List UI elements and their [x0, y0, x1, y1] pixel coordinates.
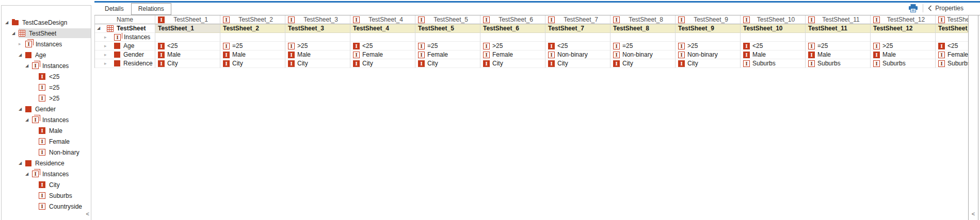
matrix-title-cell[interactable]: TestSheet_7 — [545, 24, 611, 33]
matrix-value-cell[interactable]: I<25 — [741, 42, 806, 50]
column-header-testsheet-3[interactable]: ITestSheet_3 — [285, 15, 350, 24]
tree-item-testcasedesign[interactable]: ◢TestCaseDesign — [2, 17, 91, 28]
row-name-gender[interactable]: ▸Gender — [95, 50, 155, 59]
matrix-value-cell[interactable]: I=25 — [415, 42, 480, 50]
matrix-value-cell[interactable]: IMale — [741, 50, 806, 59]
matrix-title-cell[interactable]: TestSheet_5 — [415, 24, 480, 33]
matrix-value-cell[interactable]: ICity — [155, 59, 220, 68]
tree-item-non-binary[interactable]: INon-binary — [2, 147, 91, 158]
matrix-value-cell[interactable]: ICity — [480, 59, 545, 68]
tree-item-25[interactable]: I=25 — [2, 82, 91, 93]
matrix-value-cell[interactable]: I<25 — [350, 42, 415, 50]
matrix-title-cell[interactable]: TestSheet_13 — [936, 24, 969, 33]
tree-item-testsheet[interactable]: ◢TestSheet — [2, 28, 91, 39]
collapse-arrow-icon[interactable]: ◢ — [19, 53, 25, 57]
column-header-testsheet-7[interactable]: ITestSheet_7 — [545, 15, 611, 24]
matrix-value-cell[interactable]: IFemale — [415, 50, 480, 59]
tree-item-city[interactable]: ICity — [2, 179, 91, 190]
matrix-value-cell[interactable]: I=25 — [220, 42, 285, 50]
collapse-arrow-icon[interactable]: ◢ — [25, 172, 32, 176]
matrix-empty-cell[interactable] — [480, 33, 545, 42]
matrix-value-cell[interactable]: I=25 — [806, 42, 871, 50]
column-header-testsheet-2[interactable]: ITestSheet_2 — [220, 15, 285, 24]
column-header-testsheet-6[interactable]: ITestSheet_6 — [480, 15, 545, 24]
collapse-arrow-icon[interactable]: ◢ — [97, 26, 104, 30]
matrix-value-cell[interactable]: I>25 — [285, 42, 350, 50]
matrix-value-cell[interactable]: I>25 — [871, 42, 936, 50]
matrix-value-cell[interactable]: IFemale — [936, 50, 969, 59]
column-header-testsheet-8[interactable]: ITestSheet_8 — [611, 15, 676, 24]
matrix-empty-cell[interactable] — [611, 33, 676, 42]
matrix-empty-cell[interactable] — [871, 33, 936, 42]
matrix-value-cell[interactable]: INon-binary — [611, 50, 676, 59]
tree-item-male[interactable]: IMale — [2, 125, 91, 136]
matrix-title-cell[interactable]: TestSheet_1 — [155, 24, 220, 33]
matrix-title-cell[interactable]: TestSheet_4 — [350, 24, 415, 33]
column-header-testsheet-10[interactable]: ITestSheet_10 — [741, 15, 806, 24]
row-name-testsheet[interactable]: ◢TestSheet — [95, 24, 155, 33]
expand-arrow-icon[interactable]: ▸ — [104, 61, 111, 66]
tree-item-residence[interactable]: ◢Residence — [2, 158, 91, 168]
tree-item-age[interactable]: ◢Age — [2, 49, 91, 60]
matrix-title-cell[interactable]: TestSheet_9 — [676, 24, 741, 33]
collapse-arrow-icon[interactable]: ◢ — [19, 161, 25, 165]
matrix-value-cell[interactable]: ICity — [545, 59, 611, 68]
matrix-value-cell[interactable]: ICity — [285, 59, 350, 68]
column-header-testsheet-4[interactable]: ITestSheet_4 — [350, 15, 415, 24]
tree-item-25[interactable]: I>25 — [2, 93, 91, 104]
tab-relations[interactable]: Relations — [131, 3, 171, 15]
matrix-value-cell[interactable]: ICity — [220, 59, 285, 68]
matrix-value-cell[interactable]: I<25 — [936, 42, 969, 50]
matrix-value-cell[interactable]: ICity — [611, 59, 676, 68]
expand-arrow-icon[interactable]: ▸ — [19, 42, 25, 46]
matrix-value-cell[interactable]: ISuburbs — [806, 59, 871, 68]
matrix-value-cell[interactable]: ICity — [676, 59, 741, 68]
column-header-testsheet-11[interactable]: ITestSheet_11 — [806, 15, 871, 24]
expand-properties-icon[interactable]: < — [972, 211, 975, 217]
matrix-value-cell[interactable]: ISuburbs — [936, 59, 969, 68]
expand-arrow-icon[interactable]: ▸ — [104, 44, 111, 48]
tree-item-suburbs[interactable]: ISuburbs — [2, 190, 91, 201]
matrix-value-cell[interactable]: IMale — [285, 50, 350, 59]
matrix-value-cell[interactable]: I>25 — [676, 42, 741, 50]
collapse-arrow-icon[interactable]: ◢ — [12, 31, 19, 36]
matrix-value-cell[interactable]: IMale — [806, 50, 871, 59]
matrix-empty-cell[interactable] — [741, 33, 806, 42]
matrix-value-cell[interactable]: INon-binary — [676, 50, 741, 59]
matrix-value-cell[interactable]: IMale — [871, 50, 936, 59]
matrix-value-cell[interactable]: I<25 — [545, 42, 611, 50]
matrix-title-cell[interactable]: TestSheet_6 — [480, 24, 545, 33]
properties-button[interactable]: Properties — [928, 5, 963, 12]
matrix-value-cell[interactable]: ISuburbs — [741, 59, 806, 68]
matrix-value-cell[interactable]: ICity — [350, 59, 415, 68]
print-button[interactable] — [908, 4, 918, 12]
matrix-empty-cell[interactable] — [676, 33, 741, 42]
matrix-value-cell[interactable]: IFemale — [480, 50, 545, 59]
matrix-empty-cell[interactable] — [350, 33, 415, 42]
tree-item-female[interactable]: IFemale — [2, 136, 91, 147]
tree-item-instances[interactable]: ▸IInstances — [2, 39, 91, 49]
tree-item-instances[interactable]: ◢IInstances — [2, 114, 91, 125]
collapse-arrow-icon[interactable]: ◢ — [25, 64, 32, 68]
expand-arrow-icon[interactable]: ▸ — [104, 53, 111, 57]
matrix-empty-cell[interactable] — [220, 33, 285, 42]
tree-item-instances[interactable]: ◢IInstances — [2, 168, 91, 179]
column-header-testsheet-1[interactable]: ITestSheet_1 — [155, 15, 220, 24]
matrix-value-cell[interactable]: I=25 — [611, 42, 676, 50]
tree-item-gender[interactable]: ◢Gender — [2, 104, 91, 114]
tree-item-25[interactable]: I<25 — [2, 71, 91, 82]
matrix-value-cell[interactable]: ICity — [415, 59, 480, 68]
matrix-value-cell[interactable]: ISuburbs — [871, 59, 936, 68]
tab-details[interactable]: Details — [98, 3, 131, 15]
matrix-value-cell[interactable]: INon-binary — [545, 50, 611, 59]
tree-item-countryside[interactable]: ICountryside — [2, 201, 91, 212]
expand-arrow-icon[interactable]: ▸ — [104, 35, 111, 40]
matrix-title-cell[interactable]: TestSheet_2 — [220, 24, 285, 33]
matrix-empty-cell[interactable] — [285, 33, 350, 42]
matrix-empty-cell[interactable] — [415, 33, 480, 42]
collapse-arrow-icon[interactable]: ◢ — [5, 21, 12, 25]
column-header-testsheet-12[interactable]: ITestSheet_12 — [871, 15, 936, 24]
tree-scroll-left-icon[interactable]: < — [86, 211, 89, 217]
matrix-title-cell[interactable]: TestSheet_8 — [611, 24, 676, 33]
matrix-empty-cell[interactable] — [545, 33, 611, 42]
